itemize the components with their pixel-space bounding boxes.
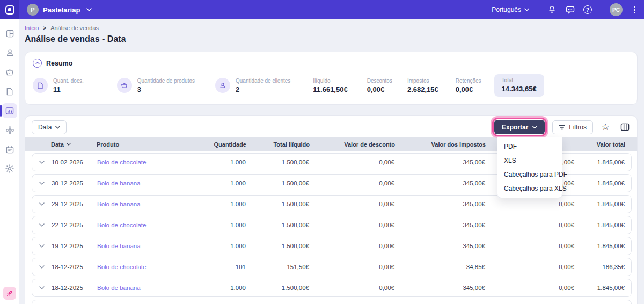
- row-product-link[interactable]: Bolo de chocolate: [97, 159, 165, 165]
- row-net: 1.500,00€: [246, 222, 309, 228]
- row-net: 1.500,00€: [246, 159, 309, 165]
- row-discount: 0,00€: [309, 159, 394, 165]
- person-icon: [215, 78, 230, 93]
- table-row[interactable]: 19-12-2025 Bolo de banana 1.000 1.500,00…: [32, 237, 632, 255]
- metric-taxes: Impostos 2.682,15€: [407, 78, 438, 93]
- chevron-down-icon: [39, 182, 45, 185]
- expand-row-button[interactable]: [32, 223, 52, 227]
- help-icon[interactable]: ?: [583, 5, 592, 14]
- sitemap-icon: [6, 126, 14, 134]
- export-menu: PDF XLS Cabeçalhos para PDF Cabeçalhos p…: [497, 137, 562, 198]
- chevron-down-icon: [39, 286, 45, 289]
- row-date: 18-12-2025: [52, 264, 97, 270]
- row-retention: 0,00€: [485, 201, 574, 207]
- chat-messages-icon[interactable]: [565, 5, 575, 15]
- expand-row-button[interactable]: [32, 182, 52, 185]
- favorite-view-button[interactable]: ☆: [598, 120, 612, 134]
- export-menu-item-pdf[interactable]: PDF: [497, 140, 562, 154]
- column-header-taxes[interactable]: Valor dos impostos: [395, 141, 486, 148]
- metric-doc-count: Quant. docs. 11: [33, 78, 84, 93]
- chevron-down-icon: [39, 202, 45, 206]
- document-icon: [33, 78, 48, 93]
- expand-row-button[interactable]: [32, 286, 52, 289]
- row-total: 186,35€: [574, 264, 625, 270]
- expand-row-button[interactable]: [32, 202, 52, 206]
- divider: [601, 5, 601, 15]
- filters-button[interactable]: Filtros: [552, 120, 593, 134]
- chevron-down-icon: [39, 265, 45, 269]
- row-product-link[interactable]: Bolo de chocolate: [97, 222, 165, 228]
- row-product-link[interactable]: Bolo de banana: [97, 201, 165, 207]
- sidebar-item-contacts[interactable]: [2, 45, 17, 60]
- sidebar-item-settings[interactable]: [2, 161, 17, 176]
- columns-settings-button[interactable]: [618, 120, 632, 134]
- export-menu-item-headers-xls[interactable]: Cabeçalhos para XLS: [497, 182, 562, 196]
- sidebar-item-calendar[interactable]: [2, 142, 17, 157]
- metric-net: Ilíquido 11.661,50€: [313, 78, 347, 93]
- user-avatar[interactable]: PC: [610, 3, 623, 16]
- column-header-discount[interactable]: Valor de desconto: [310, 141, 395, 148]
- row-product-link[interactable]: Bolo de banana: [97, 243, 165, 249]
- app-logo-icon: [5, 5, 14, 15]
- row-quantity: 1.000: [165, 201, 246, 207]
- bar-chart-icon: [5, 107, 14, 115]
- sidebar-item-sales[interactable]: [2, 64, 17, 79]
- more-options-icon[interactable]: [631, 6, 638, 13]
- row-total: 1.845,00€: [574, 180, 625, 186]
- expand-row-button[interactable]: [32, 161, 52, 164]
- metric-value: 2: [236, 85, 290, 93]
- company-switcher[interactable]: P Pastelariap: [27, 4, 94, 16]
- expand-row-button[interactable]: [32, 244, 52, 248]
- chevron-down-icon: [39, 244, 45, 248]
- row-discount: 0,00€: [309, 264, 394, 270]
- sidebar-item-integrations[interactable]: [2, 122, 17, 137]
- table-row[interactable]: 18-12-2025 Bolo de banana 1.000 1.500,00…: [32, 279, 632, 297]
- sidebar-item-analytics[interactable]: [2, 103, 17, 118]
- column-header-net[interactable]: Total ilíquido: [246, 141, 310, 148]
- divider: [538, 5, 538, 15]
- export-button[interactable]: Exportar: [494, 120, 545, 134]
- row-product-link[interactable]: Bolo de banana: [97, 180, 165, 186]
- row-total: 1.845,00€: [574, 159, 625, 165]
- sidebar-item-dashboard[interactable]: [2, 26, 17, 41]
- group-by-dropdown[interactable]: Data: [32, 120, 67, 134]
- row-net: 1.500,00€: [246, 285, 309, 291]
- row-quantity: 101: [165, 264, 246, 270]
- company-name: Pastelariap: [43, 6, 80, 14]
- metric-discounts: Descontos 0,00€: [367, 78, 392, 93]
- notifications-bell-icon[interactable]: [547, 5, 557, 15]
- breadcrumb-current: Análise de vendas: [50, 25, 99, 31]
- column-header-total[interactable]: Valor total: [575, 141, 625, 148]
- column-header-date[interactable]: Data: [51, 141, 97, 148]
- row-date: 19-12-2025: [52, 243, 97, 249]
- sidebar: [0, 19, 19, 304]
- table-row[interactable]: 18-12-2025 Bolo de chocolate 101 151,50€…: [32, 258, 632, 276]
- table-row[interactable]: 17-12-2025 Bolo de banana 1.000 1.500,00…: [32, 300, 632, 304]
- basket-icon: [117, 78, 132, 93]
- column-header-product[interactable]: Produto: [97, 141, 166, 148]
- collapse-summary-button[interactable]: [33, 59, 42, 68]
- chevron-right-icon: >: [43, 25, 46, 31]
- column-header-quantity[interactable]: Quantidade: [166, 141, 246, 148]
- row-taxes: 345,00€: [394, 159, 485, 165]
- dashboard-icon: [6, 30, 14, 38]
- row-date: 10-02-2026: [52, 159, 97, 165]
- row-product-link[interactable]: Bolo de banana: [97, 285, 165, 291]
- expand-row-button[interactable]: [32, 265, 52, 269]
- row-quantity: 1.000: [165, 222, 246, 228]
- app-logo[interactable]: [0, 0, 19, 19]
- sidebar-item-documents[interactable]: [2, 84, 17, 99]
- chevron-down-icon: [84, 5, 94, 15]
- table-row[interactable]: 22-12-2025 Bolo de chocolate 1.000 1.500…: [32, 216, 632, 234]
- row-product-link[interactable]: Bolo de chocolate: [97, 264, 165, 270]
- row-total: 1.845,00€: [574, 285, 625, 291]
- row-taxes: 345,00€: [394, 222, 485, 228]
- row-total: 1.845,00€: [574, 222, 625, 228]
- row-date: 29-12-2025: [52, 201, 97, 207]
- export-menu-item-xls[interactable]: XLS: [497, 154, 562, 168]
- onboarding-rocket-button[interactable]: [3, 287, 16, 300]
- export-menu-item-headers-pdf[interactable]: Cabeçalhos para PDF: [497, 168, 562, 182]
- language-selector[interactable]: Português: [492, 6, 529, 13]
- company-avatar: P: [27, 4, 39, 16]
- breadcrumb-home-link[interactable]: Início: [25, 25, 39, 31]
